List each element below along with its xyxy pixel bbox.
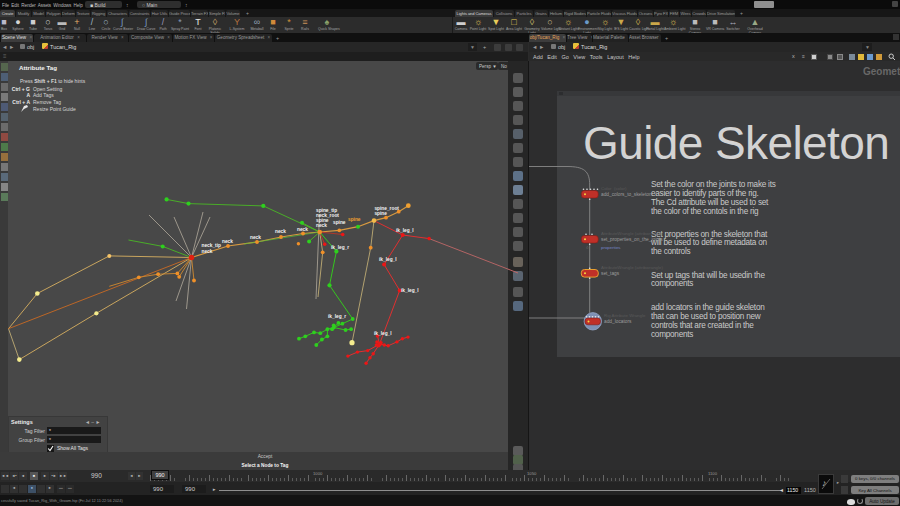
svg-text:spine: spine [374, 211, 387, 216]
svg-text:ik_leg_l: ik_leg_l [401, 288, 419, 293]
svg-text:ik_leg_l: ik_leg_l [374, 331, 392, 336]
svg-text:neck: neck [222, 239, 233, 244]
svg-text:neck: neck [202, 249, 213, 254]
svg-text:ik_leg_r: ik_leg_r [331, 245, 349, 250]
svg-text:neck: neck [250, 235, 261, 240]
svg-text:spine: spine [333, 220, 346, 225]
svg-text:ik_leg_l: ik_leg_l [379, 257, 397, 262]
svg-text:neck: neck [316, 223, 327, 228]
svg-text:spine_root: spine_root [374, 206, 399, 211]
svg-text:spine: spine [348, 217, 361, 222]
svg-text:ik_leg_l: ik_leg_l [396, 228, 414, 233]
svg-text:neck: neck [275, 229, 286, 234]
svg-text:ik_leg_r: ik_leg_r [328, 314, 346, 319]
svg-text:neck_tip: neck_tip [202, 243, 222, 248]
svg-text:neck: neck [297, 227, 308, 232]
